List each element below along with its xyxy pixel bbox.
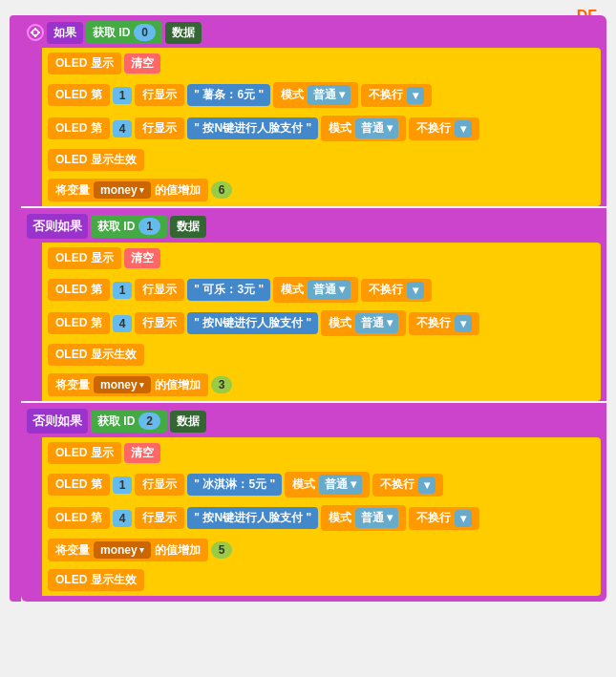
oled-row4-elif-1: OLED 第 4 行显示 按N键进行人脸支付 模式 普通 ▾ 不换行 ▾ bbox=[48, 310, 595, 336]
oled-row-label-elif-1a[interactable]: OLED 第 bbox=[48, 279, 110, 301]
oled-row-label-elif-2a[interactable]: OLED 第 bbox=[48, 474, 110, 496]
data-block-1[interactable]: 数据 bbox=[165, 22, 202, 44]
elif-body-2: OLED 显示 清空 OLED 第 1 行显示 冰淇淋：5元 模式 普通 ▾ bbox=[42, 437, 601, 596]
clear-badge-elif-2[interactable]: 清空 bbox=[124, 443, 160, 463]
svg-point-0 bbox=[32, 30, 38, 35]
gear-icon-1 bbox=[27, 24, 44, 41]
elif-header-2: 否则如果 获取 ID 2 数据 bbox=[27, 409, 601, 434]
if-keyword-1[interactable]: 如果 bbox=[47, 22, 83, 44]
oled-effect-row-1: OLED 显示生效 bbox=[48, 149, 595, 171]
oled-row1-elif-2: OLED 第 1 行显示 冰淇淋：5元 模式 普通 ▾ 不换行 ▾ bbox=[48, 472, 595, 497]
var-add-row-1: 将变量 money ▾ 的值增加 6 bbox=[48, 179, 595, 201]
text-block-1a[interactable]: 薯条：6元 bbox=[187, 84, 270, 106]
var-block-elif-1[interactable]: 将变量 money ▾ 的值增加 bbox=[48, 373, 208, 396]
oled-row4-1: OLED 第 4 行显示 按N键进行人脸支付 模式 普通 ▾ 不换行 ▾ bbox=[48, 116, 595, 141]
row-show-label-1a[interactable]: 行显示 bbox=[135, 84, 184, 106]
row-num-elif-2a: 1 bbox=[113, 476, 133, 494]
mode-block-1b[interactable]: 模式 普通 ▾ bbox=[321, 116, 406, 141]
oled-row-label-1a[interactable]: OLED 第 bbox=[48, 84, 110, 106]
text-elif-1a[interactable]: 可乐：3元 bbox=[187, 279, 270, 301]
var-block-elif-2[interactable]: 将变量 money ▾ 的值增加 bbox=[48, 539, 208, 561]
mode-elif-1a[interactable]: 模式 普通 ▾ bbox=[273, 277, 358, 303]
row-num-elif-1b: 4 bbox=[113, 315, 133, 332]
text-elif-1b[interactable]: 按N键进行人脸支付 bbox=[187, 312, 318, 334]
main-container: DF 如果 获取 ID 0 数据 bbox=[0, 0, 616, 677]
nowrap-elif-2a[interactable]: 不换行 ▾ bbox=[372, 474, 443, 497]
row-show-elif-1b[interactable]: 行显示 bbox=[135, 312, 184, 334]
mode-block-1a[interactable]: 模式 普通 ▾ bbox=[273, 82, 358, 108]
row-num-1b: 4 bbox=[113, 120, 133, 138]
elif-header-1: 否则如果 获取 ID 1 数据 bbox=[27, 214, 601, 239]
code-blocks-area: 如果 获取 ID 0 数据 OLED 显示 清空 bbox=[10, 15, 606, 602]
oled-row1-elif-1: OLED 第 1 行显示 可乐：3元 模式 普通 ▾ 不换行 ▾ bbox=[48, 277, 595, 303]
row-num-1a: 1 bbox=[113, 87, 133, 104]
get-id-block-1[interactable]: 获取 ID 0 bbox=[86, 21, 162, 44]
if-header-1: 如果 获取 ID 0 数据 bbox=[27, 21, 601, 44]
row-show-label-1b[interactable]: 行显示 bbox=[135, 117, 184, 139]
row-show-elif-2b[interactable]: 行显示 bbox=[135, 507, 184, 529]
svg-rect-4 bbox=[38, 32, 40, 33]
elif-section-1: 否则如果 获取 ID 1 数据 OLED 显示 清空 OLED 第 1 bbox=[21, 208, 606, 401]
row-num-elif-1a: 1 bbox=[113, 282, 133, 299]
nowrap-block-1b[interactable]: 不换行 ▾ bbox=[409, 117, 479, 140]
text-elif-2b[interactable]: 按N键进行人脸支付 bbox=[187, 507, 318, 529]
row-num-elif-2b: 4 bbox=[113, 510, 133, 527]
var-block-1[interactable]: 将变量 money ▾ 的值增加 bbox=[48, 179, 208, 201]
if-section-1: 如果 获取 ID 0 数据 OLED 显示 清空 bbox=[21, 15, 606, 206]
data-elif-2[interactable]: 数据 bbox=[170, 411, 206, 433]
data-elif-1[interactable]: 数据 bbox=[170, 216, 206, 238]
mode-elif-2b[interactable]: 模式 普通 ▾ bbox=[321, 505, 406, 531]
elif-body-1: OLED 显示 清空 OLED 第 1 行显示 可乐：3元 模式 普通 ▾ bbox=[42, 243, 601, 401]
add-value-1: 6 bbox=[211, 181, 233, 199]
nowrap-elif-1a[interactable]: 不换行 ▾ bbox=[361, 279, 432, 302]
oled-clear-row-1: OLED 显示 清空 bbox=[48, 53, 595, 74]
elif-section-2: 否则如果 获取 ID 2 数据 OLED 显示 清空 OLED 第 1 bbox=[21, 403, 606, 602]
svg-rect-3 bbox=[31, 32, 32, 33]
oled-show-clear-elif-2[interactable]: OLED 显示 bbox=[48, 442, 121, 464]
add-value-elif-2: 5 bbox=[211, 541, 233, 559]
elif-keyword-2[interactable]: 否则如果 bbox=[27, 409, 88, 434]
blocks-content: 如果 获取 ID 0 数据 OLED 显示 清空 bbox=[21, 15, 606, 602]
get-id-elif-1[interactable]: 获取 ID 1 bbox=[91, 215, 167, 238]
clear-badge-1[interactable]: 清空 bbox=[124, 53, 160, 74]
oled-effect-elif-2: OLED 显示生效 bbox=[48, 569, 595, 591]
oled-row-label-1b[interactable]: OLED 第 bbox=[48, 117, 110, 139]
get-id-elif-2[interactable]: 获取 ID 2 bbox=[91, 410, 167, 433]
oled-effect-block-elif-1[interactable]: OLED 显示生效 bbox=[48, 344, 144, 366]
oled-row-label-elif-1b[interactable]: OLED 第 bbox=[48, 312, 110, 334]
text-block-1b[interactable]: 按N键进行人脸支付 bbox=[187, 117, 318, 139]
oled-effect-elif-1: OLED 显示生效 bbox=[48, 344, 595, 366]
oled-row-label-elif-2b[interactable]: OLED 第 bbox=[48, 507, 110, 529]
if-body-1: OLED 显示 清空 OLED 第 1 行显示 薯条：6元 模式 普通 ▾ bbox=[42, 48, 601, 206]
purple-sidebar bbox=[10, 15, 21, 602]
elif-keyword-1[interactable]: 否则如果 bbox=[27, 214, 88, 239]
mode-elif-2a[interactable]: 模式 普通 ▾ bbox=[285, 472, 370, 497]
add-value-elif-1: 3 bbox=[211, 376, 233, 393]
var-add-elif-2: 将变量 money ▾ 的值增加 5 bbox=[48, 539, 595, 561]
nowrap-elif-1b[interactable]: 不换行 ▾ bbox=[409, 312, 479, 335]
clear-badge-elif-1[interactable]: 清空 bbox=[124, 248, 160, 268]
nowrap-block-1a[interactable]: 不换行 ▾ bbox=[361, 84, 432, 107]
oled-clear-elif-2: OLED 显示 清空 bbox=[48, 442, 595, 464]
nowrap-elif-2b[interactable]: 不换行 ▾ bbox=[409, 507, 479, 530]
text-elif-2a[interactable]: 冰淇淋：5元 bbox=[187, 474, 282, 496]
svg-rect-2 bbox=[34, 35, 36, 37]
oled-effect-block-elif-2[interactable]: OLED 显示生效 bbox=[48, 569, 144, 591]
oled-clear-elif-1: OLED 显示 清空 bbox=[48, 247, 595, 269]
oled-show-clear-elif-1[interactable]: OLED 显示 bbox=[48, 247, 121, 269]
oled-effect-1[interactable]: OLED 显示生效 bbox=[48, 149, 144, 171]
oled-row4-elif-2: OLED 第 4 行显示 按N键进行人脸支付 模式 普通 ▾ 不换行 ▾ bbox=[48, 505, 595, 531]
oled-show-clear-1[interactable]: OLED 显示 bbox=[48, 53, 121, 74]
oled-row1-1: OLED 第 1 行显示 薯条：6元 模式 普通 ▾ 不换行 ▾ bbox=[48, 82, 595, 108]
svg-rect-1 bbox=[34, 28, 36, 30]
row-show-elif-1a[interactable]: 行显示 bbox=[135, 279, 184, 301]
mode-elif-1b[interactable]: 模式 普通 ▾ bbox=[321, 310, 406, 336]
row-show-elif-2a[interactable]: 行显示 bbox=[135, 474, 184, 496]
var-add-elif-1: 将变量 money ▾ 的值增加 3 bbox=[48, 373, 595, 396]
